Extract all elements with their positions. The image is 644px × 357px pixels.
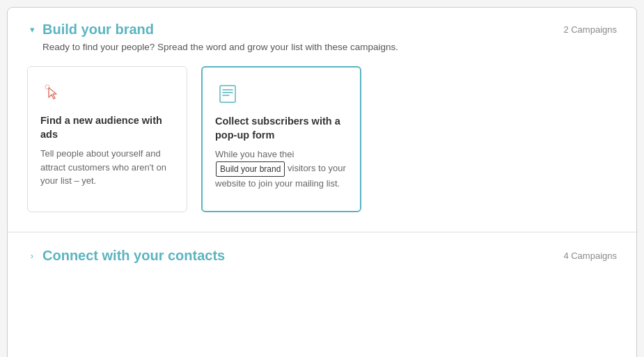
page-container: ▾ Build your brand 2 Campaigns Ready to … [7, 7, 637, 357]
ads-card-desc: Tell people about yourself and attract c… [40, 147, 174, 188]
connect-section-title: Connect with your contacts [42, 248, 225, 264]
popup-desc-before: While you have thei [215, 149, 294, 159]
ads-card[interactable]: Find a new audience with ads Tell people… [27, 66, 187, 212]
build-section: ▾ Build your brand 2 Campaigns Ready to … [8, 8, 636, 232]
build-title-row: ▾ Build your brand [27, 22, 154, 38]
ads-card-title: Find a new audience with ads [40, 114, 174, 141]
popup-card[interactable]: Collect subscribers with a pop-up form W… [201, 66, 361, 212]
ads-icon [40, 81, 65, 106]
cards-row: Find a new audience with ads Tell people… [27, 66, 617, 212]
build-chevron-icon[interactable]: ▾ [27, 25, 37, 35]
popup-card-desc: While you have theiBuild your brand visi… [215, 148, 347, 190]
build-subtitle: Ready to find your people? Spread the wo… [42, 42, 617, 52]
connect-campaign-count: 4 Campaigns [563, 251, 617, 261]
build-section-header: ▾ Build your brand 2 Campaigns [27, 22, 617, 38]
svg-rect-1 [220, 86, 235, 102]
connect-chevron-icon[interactable]: › [27, 251, 37, 261]
build-campaign-count: 2 Campaigns [563, 24, 617, 35]
connect-title-row: › Connect with your contacts [27, 248, 225, 264]
build-section-title: Build your brand [42, 22, 154, 38]
popup-card-title: Collect subscribers with a pop-up form [215, 115, 347, 142]
connect-section: › Connect with your contacts 4 Campaigns [8, 232, 636, 279]
popup-icon [215, 81, 240, 106]
tooltip-box: Build your brand [216, 161, 285, 177]
